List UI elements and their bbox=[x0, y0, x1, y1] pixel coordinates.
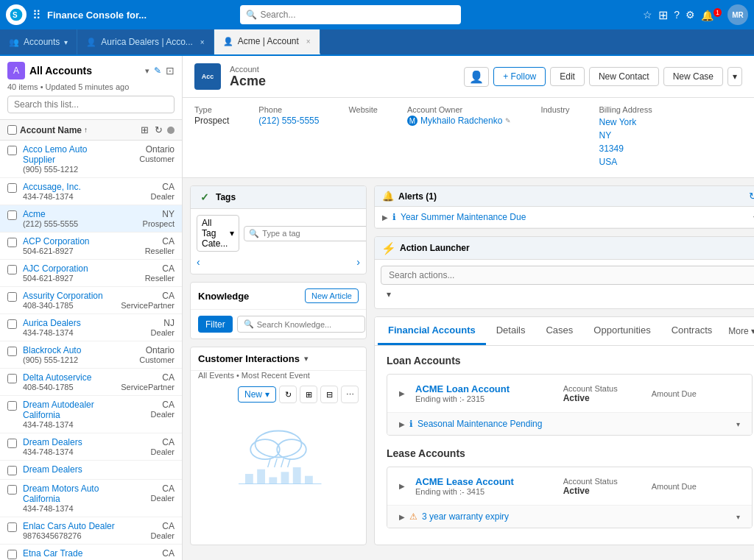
tab-contracts[interactable]: Contracts bbox=[661, 317, 723, 345]
row-checkbox[interactable] bbox=[7, 210, 17, 220]
alert-expand-icon[interactable]: ▶ bbox=[382, 213, 388, 221]
account-row[interactable]: AJC Corporation 504-621-8927 CA Reseller bbox=[0, 260, 182, 287]
account-row[interactable]: Delta Autoservice 408-540-1785 CA Servic… bbox=[0, 369, 182, 396]
follow-button[interactable]: + Follow bbox=[493, 67, 546, 86]
acme-tab-close[interactable]: × bbox=[306, 38, 311, 46]
tag-category-select[interactable]: All Tag Cate... ▾ bbox=[197, 215, 239, 252]
loan-expand-icon[interactable]: ▶ bbox=[399, 389, 409, 397]
account-name-link[interactable]: Acco Lemo Auto Supplier bbox=[23, 144, 117, 165]
loan-alert-expand-icon[interactable]: ▶ bbox=[399, 420, 405, 428]
account-name-link[interactable]: Enlac Cars Auto Dealer bbox=[23, 521, 117, 531]
ci-grid-icon[interactable]: ⊞ bbox=[300, 386, 317, 403]
account-name-link[interactable]: Aurica Dealers bbox=[23, 318, 117, 328]
ci-refresh-icon[interactable]: ↻ bbox=[279, 386, 297, 403]
owner-value[interactable]: M Mykhailo Radchenko ✎ bbox=[407, 116, 511, 126]
sidebar-expand-icon[interactable]: ⊡ bbox=[166, 65, 175, 77]
action-chevron-icon[interactable]: ▾ bbox=[381, 285, 754, 302]
account-row[interactable]: ACP Corporation 504-621-8927 CA Reseller bbox=[0, 233, 182, 260]
account-row[interactable]: Acco Lemo Auto Supplier (905) 555-1212 O… bbox=[0, 141, 182, 178]
account-row[interactable]: Assurity Corporation 408-340-1785 CA Ser… bbox=[0, 287, 182, 314]
ci-more-icon[interactable]: ⋯ bbox=[341, 386, 359, 403]
settings-icon[interactable]: ⚙ bbox=[686, 9, 695, 21]
new-interaction-button[interactable]: New ▾ bbox=[238, 386, 276, 403]
sort-icon[interactable]: ↑ bbox=[84, 126, 88, 134]
ci-filter-icon[interactable]: ⊟ bbox=[320, 386, 338, 403]
row-checkbox[interactable] bbox=[7, 439, 17, 448]
sidebar-refresh-icon[interactable]: ↻ bbox=[153, 123, 164, 137]
account-name-link[interactable]: Dream Dealers bbox=[23, 464, 175, 475]
select-all-checkbox[interactable] bbox=[7, 125, 17, 135]
account-row[interactable]: Dream Motors Auto California 434-748-137… bbox=[0, 480, 182, 517]
tab-opportunities[interactable]: Opportunities bbox=[583, 317, 660, 345]
phone-field-value[interactable]: (212) 555-5555 bbox=[258, 116, 319, 126]
aurica-dealers-tab[interactable]: 👤 Aurica Dealers | Acco... × bbox=[77, 29, 214, 54]
sidebar-dropdown-icon[interactable]: ▾ bbox=[145, 66, 149, 76]
sidebar-search-input[interactable] bbox=[7, 96, 175, 113]
new-article-button[interactable]: New Article bbox=[305, 288, 359, 303]
account-row[interactable]: Acme (212) 555-5555 NY Prospect bbox=[0, 205, 182, 233]
row-checkbox[interactable] bbox=[7, 347, 17, 356]
tab-more[interactable]: More ▾ bbox=[722, 319, 754, 344]
user-avatar[interactable]: MR bbox=[727, 4, 748, 25]
row-checkbox[interactable] bbox=[7, 550, 17, 559]
row-checkbox[interactable] bbox=[7, 238, 17, 247]
row-checkbox[interactable] bbox=[7, 265, 17, 274]
row-checkbox[interactable] bbox=[7, 319, 17, 329]
loan-account-name[interactable]: ACME Loan Account bbox=[415, 383, 563, 394]
tags-next-icon[interactable]: › bbox=[356, 256, 360, 268]
filter-button[interactable]: Filter bbox=[198, 316, 233, 333]
help-icon[interactable]: ? bbox=[674, 9, 680, 21]
star-icon[interactable]: ☆ bbox=[643, 9, 652, 21]
column-config-dot[interactable] bbox=[167, 127, 175, 134]
account-name-link[interactable]: ACP Corporation bbox=[23, 236, 117, 247]
tab-cases[interactable]: Cases bbox=[535, 317, 583, 345]
tag-input[interactable] bbox=[262, 229, 364, 238]
account-name-link[interactable]: Delta Autoservice bbox=[23, 372, 115, 383]
edit-button[interactable]: Edit bbox=[550, 67, 585, 86]
new-contact-button[interactable]: New Contact bbox=[589, 67, 659, 86]
tag-input-wrapper[interactable]: 🔍 bbox=[244, 226, 367, 241]
account-name-link[interactable]: Acme bbox=[23, 209, 117, 219]
grid-icon[interactable]: ⠿ bbox=[32, 8, 41, 22]
account-name-link[interactable]: Accusage, Inc. bbox=[23, 182, 117, 192]
row-checkbox[interactable] bbox=[7, 374, 17, 383]
lease-alert-expand-icon[interactable]: ▶ bbox=[399, 513, 405, 521]
tab-financial-accounts[interactable]: Financial Accounts bbox=[378, 317, 486, 345]
global-search-input[interactable] bbox=[260, 10, 455, 20]
row-checkbox[interactable] bbox=[7, 485, 17, 495]
lease-account-name[interactable]: ACME Lease Account bbox=[415, 476, 563, 487]
row-checkbox[interactable] bbox=[7, 522, 17, 532]
row-checkbox[interactable] bbox=[7, 183, 17, 193]
action-search-input[interactable] bbox=[381, 266, 754, 285]
accounts-tab-chevron[interactable]: ▾ bbox=[64, 38, 68, 46]
lease-expand-icon[interactable]: ▶ bbox=[399, 482, 409, 490]
new-case-button[interactable]: New Case bbox=[663, 67, 723, 86]
billing-value[interactable]: New York NY 31349 USA bbox=[599, 116, 652, 169]
add-icon[interactable]: ⊞ bbox=[658, 8, 668, 22]
notification-icon[interactable]: 🔔1 bbox=[701, 9, 722, 21]
global-search-bar[interactable]: 🔍 bbox=[240, 5, 461, 24]
row-checkbox[interactable] bbox=[7, 146, 17, 155]
owner-edit-icon[interactable]: ✎ bbox=[505, 117, 511, 124]
account-name-link[interactable]: AJC Corporation bbox=[23, 263, 117, 274]
acme-tab[interactable]: 👤 Acme | Account × bbox=[214, 29, 320, 54]
account-name-link[interactable]: Dream Motors Auto California bbox=[23, 483, 117, 504]
row-checkbox[interactable] bbox=[7, 401, 17, 411]
lease-alert-chevron[interactable]: ▾ bbox=[736, 513, 740, 521]
ci-dropdown-icon[interactable]: ▾ bbox=[304, 354, 309, 364]
row-checkbox[interactable] bbox=[7, 292, 17, 302]
account-row[interactable]: Aurica Dealers 434-748-1374 NJ Dealer bbox=[0, 314, 182, 341]
account-row[interactable]: Dream Autodealer California 434-748-1374… bbox=[0, 396, 182, 433]
account-name-link[interactable]: Blackrock Auto bbox=[23, 345, 117, 355]
account-name-link[interactable]: Etna Car Trade bbox=[23, 548, 117, 559]
aurica-tab-close[interactable]: × bbox=[200, 38, 205, 46]
knowledge-search-input-wrapper[interactable]: 🔍 bbox=[237, 316, 365, 333]
account-row[interactable]: Dream Dealers 434-748-1374 CA Dealer bbox=[0, 433, 182, 461]
avatar-icon[interactable]: 👤 bbox=[464, 67, 489, 87]
account-row[interactable]: Accusage, Inc. 434-748-1374 CA Dealer bbox=[0, 178, 182, 205]
row-checkbox[interactable] bbox=[7, 466, 17, 475]
loan-alert-chevron[interactable]: ▾ bbox=[736, 420, 740, 428]
tab-details[interactable]: Details bbox=[486, 317, 536, 345]
account-name-link[interactable]: Dream Autodealer California bbox=[23, 400, 117, 420]
account-name-link[interactable]: Dream Dealers bbox=[23, 437, 117, 447]
